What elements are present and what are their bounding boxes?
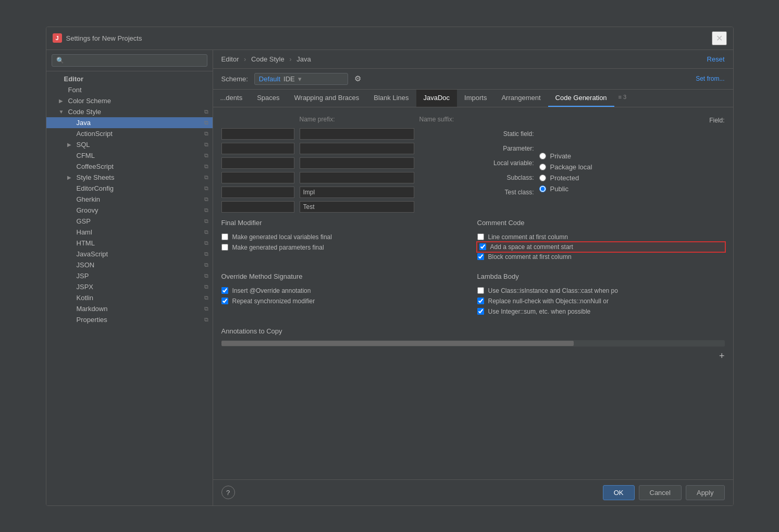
tab-code-generation[interactable]: Code Generation (548, 90, 614, 107)
tab-blank-lines[interactable]: Blank Lines (366, 90, 416, 107)
sidebar-item-properties[interactable]: Properties ⧉ (46, 314, 213, 325)
test-class-suffix-input[interactable] (300, 201, 414, 213)
use-class-instance-item[interactable]: Use Class::isInstance and Class::cast wh… (477, 286, 725, 296)
cancel-button[interactable]: Cancel (639, 485, 682, 500)
line-comment-checkbox[interactable] (477, 233, 484, 240)
annotations-section: Annotations to Copy + (221, 327, 725, 364)
sidebar-item-editor[interactable]: Editor (46, 73, 213, 84)
sidebar-item-haml[interactable]: Haml ⧉ (46, 227, 213, 238)
radio-package-local[interactable]: Package local (539, 162, 725, 172)
breadcrumb-bar: Editor › Code Style › Java Reset (213, 50, 733, 69)
repeat-sync-item[interactable]: Repeat synchronized modifier (221, 296, 469, 306)
bottom-bar: ? OK Cancel Apply (213, 479, 733, 505)
comment-code-title: Comment Code (477, 219, 725, 227)
tab-javadoc[interactable]: JavaDoc (416, 90, 457, 107)
expand-arrow: ▼ (59, 109, 65, 115)
sidebar-item-label: CFML (77, 152, 95, 159)
sidebar-item-markdown[interactable]: Markdown ⧉ (46, 303, 213, 314)
sidebar-item-style-sheets[interactable]: ▶ Style Sheets ⧉ (46, 172, 213, 183)
sidebar-item-gsp[interactable]: GSP ⧉ (46, 216, 213, 227)
replace-null-check-label: Replace null-check with Objects::nonNull… (488, 298, 609, 305)
radio-private[interactable]: Private (539, 151, 725, 162)
local-var-suffix-input[interactable] (300, 172, 414, 183)
sidebar-tree: Editor Font ▶ Color Scheme ▼ Code Style … (46, 71, 213, 505)
static-field-prefix-input[interactable] (221, 143, 294, 154)
line-comment-first-col-item[interactable]: Line comment at first column (477, 232, 725, 242)
local-var-prefix-input[interactable] (221, 172, 294, 183)
sidebar-item-kotlin[interactable]: Kotlin ⧉ (46, 292, 213, 303)
scheme-label: Scheme: (221, 75, 248, 83)
add-space-comment-checkbox[interactable] (479, 243, 486, 250)
static-field-suffix-input[interactable] (300, 143, 414, 154)
sidebar-item-coffeescript[interactable]: CoffeeScript ⧉ (46, 161, 213, 172)
replace-null-check-item[interactable]: Replace null-check with Objects::nonNull… (477, 296, 725, 306)
search-input[interactable] (52, 54, 207, 67)
sidebar-item-actionscript[interactable]: ActionScript ⧉ (46, 128, 213, 139)
test-class-prefix-input[interactable] (221, 201, 294, 213)
field-prefix-input[interactable] (221, 128, 294, 140)
radio-protected[interactable]: Protected (539, 172, 725, 183)
sidebar-item-color-scheme[interactable]: ▶ Color Scheme (46, 95, 213, 106)
subclass-prefix-input[interactable] (221, 187, 294, 198)
final-modifier-section: Final Modifier Make generated local vari… (221, 219, 469, 262)
sidebar-item-label: HTML (77, 239, 95, 247)
scheme-name: Default (259, 75, 280, 83)
tab-more-icon[interactable]: ≡ 3 (614, 90, 631, 107)
parameter-prefix-input[interactable] (221, 157, 294, 169)
sidebar-item-java[interactable]: Java ⧉ (46, 117, 213, 128)
annotations-scroll[interactable] (221, 340, 725, 347)
use-class-instance-checkbox[interactable] (477, 287, 484, 294)
scheme-select[interactable]: Default IDE ▾ (254, 73, 348, 85)
reset-button[interactable]: Reset (707, 55, 725, 63)
sidebar-item-jspx[interactable]: JSPX ⧉ (46, 281, 213, 292)
sidebar-item-javascript[interactable]: JavaScript ⧉ (46, 249, 213, 259)
insert-override-checkbox[interactable] (221, 287, 228, 294)
block-comment-first-col-item[interactable]: Block comment at first column (477, 252, 725, 262)
sidebar-item-html[interactable]: HTML ⧉ (46, 238, 213, 249)
help-button[interactable]: ? (221, 486, 235, 499)
override-title: Override Method Signature (221, 273, 469, 280)
use-integer-sum-checkbox[interactable] (477, 308, 484, 315)
package-local-label: Package local (550, 163, 592, 171)
make-params-final-item[interactable]: Make generated parameters final (221, 242, 469, 253)
apply-button[interactable]: Apply (686, 485, 725, 500)
add-space-comment-item[interactable]: Add a space at comment start (477, 242, 725, 252)
add-annotation-button[interactable]: + (719, 351, 725, 362)
sidebar-item-gherkin[interactable]: Gherkin ⧉ (46, 194, 213, 205)
sidebar-item-font[interactable]: Font (46, 84, 213, 95)
set-from-link[interactable]: Set from... (696, 75, 724, 82)
tab-spaces[interactable]: Spaces (250, 90, 287, 107)
sidebar-item-groovy[interactable]: Groovy ⧉ (46, 205, 213, 216)
radio-public[interactable]: Public (539, 183, 725, 194)
sidebar-item-code-style[interactable]: ▼ Code Style ⧉ (46, 106, 213, 117)
sidebar-item-json[interactable]: JSON ⧉ (46, 259, 213, 270)
tab-wrapping[interactable]: Wrapping and Braces (287, 90, 367, 107)
subclass-suffix-input[interactable] (300, 187, 414, 198)
tab-indents[interactable]: ...dents (213, 90, 250, 107)
tabs-bar: ...dents Spaces Wrapping and Braces Blan… (213, 90, 733, 107)
make-local-final-checkbox[interactable] (221, 233, 228, 240)
repeat-sync-checkbox[interactable] (221, 298, 228, 304)
block-comment-checkbox[interactable] (477, 253, 484, 260)
tab-arrangement[interactable]: Arrangement (494, 90, 548, 107)
parameter-suffix-input[interactable] (300, 157, 414, 169)
tab-imports[interactable]: Imports (457, 90, 494, 107)
sidebar-item-jsp[interactable]: JSP ⧉ (46, 270, 213, 281)
sidebar-item-editorconfig[interactable]: EditorConfig ⧉ (46, 183, 213, 194)
close-button[interactable]: ✕ (712, 31, 727, 45)
make-local-final-item[interactable]: Make generated local variables final (221, 232, 469, 242)
ok-button[interactable]: OK (603, 485, 635, 500)
sidebar-item-cfml[interactable]: CFML ⧉ (46, 150, 213, 161)
gear-button[interactable]: ⚙ (354, 74, 361, 83)
sidebar-item-sql[interactable]: ▶ SQL ⧉ (46, 139, 213, 150)
insert-override-item[interactable]: Insert @Override annotation (221, 286, 469, 296)
sidebar-item-label: GSP (77, 217, 91, 225)
replace-null-check-checkbox[interactable] (477, 298, 484, 304)
make-params-final-checkbox[interactable] (221, 244, 228, 251)
protected-label: Protected (550, 174, 579, 182)
override-section: Override Method Signature Insert @Overri… (221, 273, 469, 317)
copy-icon: ⧉ (204, 251, 208, 257)
field-suffix-input[interactable] (300, 128, 414, 140)
use-integer-sum-item[interactable]: Use Integer::sum, etc. when possible (477, 306, 725, 317)
main-content: Editor Font ▶ Color Scheme ▼ Code Style … (46, 50, 733, 505)
